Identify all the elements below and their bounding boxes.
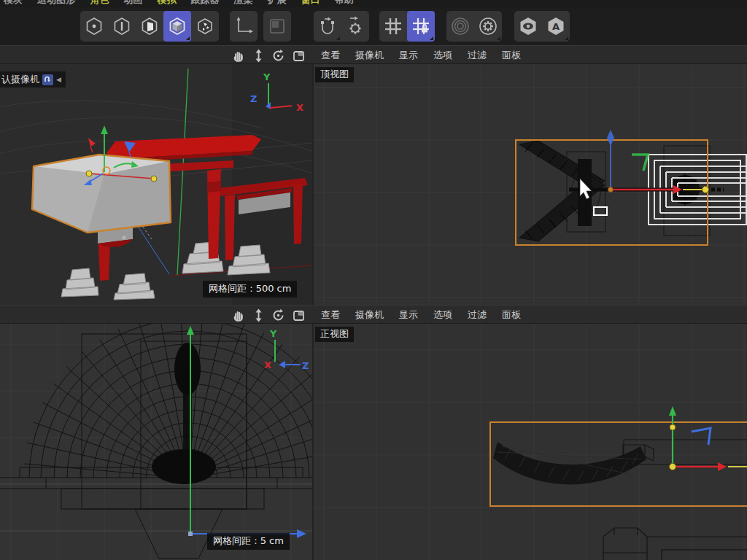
viewport-title-front: 正视图 — [315, 327, 354, 342]
viewport-perspective[interactable]: Y Z X 认摄像机 ◀ 网格间距 : 500 cm — [0, 64, 312, 305]
points-mode-icon[interactable] — [80, 11, 108, 42]
svg-text:X: X — [296, 102, 303, 113]
svg-text:X: X — [264, 359, 271, 370]
viewport-bar-bottom: 查看 摄像机 显示 选项 过滤 面板 — [0, 305, 747, 324]
viewport-menu-camera[interactable]: 摄像机 — [355, 308, 384, 322]
annotation-mode-icon[interactable]: A — [542, 11, 570, 42]
viewport-title-top: 顶视图 — [315, 67, 354, 82]
svg-text:Z: Z — [302, 360, 309, 371]
viewport-left-ortho[interactable]: Y X Z 网格间距 : 5 cm — [0, 324, 312, 560]
zoom-updown-icon[interactable] — [252, 308, 265, 322]
menu-item[interactable]: 动画 — [123, 0, 142, 7]
viewport-menu-options[interactable]: 选项 — [433, 49, 452, 62]
viewport-menu-view[interactable]: 查看 — [321, 49, 340, 62]
viewport-menu-options[interactable]: 选项 — [433, 308, 452, 322]
polygons-mode-icon[interactable] — [136, 11, 163, 42]
menu-item[interactable]: 渲染 — [234, 0, 253, 7]
wireframe-base-front — [603, 528, 747, 560]
snap-icon[interactable] — [314, 11, 341, 42]
wireframe-crescent — [493, 442, 654, 484]
maximize-view-icon[interactable] — [292, 308, 306, 322]
svg-text:Y: Y — [263, 71, 271, 82]
front-view-canvas — [314, 324, 747, 560]
menu-item[interactable]: 跟踪器 — [190, 0, 219, 7]
viewport-menu-filter[interactable]: 过滤 — [468, 49, 487, 62]
svg-text:A: A — [552, 21, 560, 32]
viewport-menu-camera[interactable]: 摄像机 — [355, 49, 384, 62]
axis-indicator: Y X Z — [264, 328, 309, 371]
snap-settings-icon[interactable] — [341, 11, 369, 42]
rotate-handle — [632, 155, 648, 171]
texture-mode-icon[interactable] — [191, 11, 219, 42]
grid-spacing-label: 网格间距 : 500 cm — [203, 281, 297, 298]
pan-hand-icon[interactable] — [232, 308, 246, 322]
viewport-menu-panel[interactable]: 面板 — [502, 49, 521, 62]
rotate-view-icon[interactable] — [271, 49, 285, 63]
render-settings-icon[interactable] — [474, 11, 502, 42]
grid-toggle-icon[interactable] — [379, 11, 407, 42]
viewport-bar-top: 查看 摄像机 显示 选项 过滤 面板 — [0, 45, 747, 64]
viewport-menu-filter[interactable]: 过滤 — [468, 308, 487, 322]
grid-lock-icon[interactable] — [407, 11, 435, 42]
menu-item[interactable]: 模块 — [4, 0, 23, 7]
interactive-render-icon[interactable] — [446, 11, 474, 42]
maximize-view-icon[interactable] — [292, 49, 306, 63]
menu-item[interactable]: 窗口 — [301, 0, 320, 7]
svg-text:Z: Z — [250, 93, 257, 104]
model-mode-icon[interactable] — [163, 11, 191, 42]
rotate-handle — [692, 428, 711, 445]
menu-item[interactable]: 扩展 — [268, 0, 287, 7]
menu-item[interactable]: 帮助 — [335, 0, 354, 7]
rotate-view-icon[interactable] — [271, 308, 285, 322]
viewport-menu-view[interactable]: 查看 — [321, 308, 340, 322]
pan-hand-icon[interactable] — [232, 49, 246, 63]
zoom-updown-icon[interactable] — [252, 49, 265, 63]
top-view-canvas — [314, 64, 747, 305]
viewport-menu-display[interactable]: 显示 — [399, 308, 418, 322]
menu-item[interactable]: 角色 — [90, 0, 109, 7]
app-window: 模块 运动图形 角色 动画 模拟 跟踪器 渲染 扩展 窗口 帮助 — [0, 0, 747, 560]
perspective-canvas: Y Z X — [0, 64, 312, 305]
camera-mode-icon[interactable] — [42, 74, 53, 85]
viewport-menu-panel[interactable]: 面板 — [502, 308, 521, 322]
app-menubar: 模块 运动图形 角色 动画 模拟 跟踪器 渲染 扩展 窗口 帮助 — [0, 0, 747, 7]
display-mode-icon[interactable] — [514, 11, 542, 42]
camera-label-text: 认摄像机 — [1, 73, 39, 86]
left-ortho-canvas: Y X Z — [0, 324, 312, 560]
axis-mode-icon[interactable] — [230, 11, 258, 42]
svg-text:Y: Y — [269, 328, 277, 339]
grid-spacing-label: 网格间距 : 5 cm — [207, 533, 290, 550]
menu-item[interactable]: 运动图形 — [37, 0, 75, 7]
workplane-mode-icon[interactable] — [263, 11, 291, 42]
viewport-top-view[interactable]: 顶视图 — [314, 64, 747, 305]
camera-label[interactable]: 认摄像机 ◀ — [0, 71, 66, 88]
camera-label-collapse-icon[interactable]: ◀ — [56, 76, 61, 83]
main-toolbar: A — [0, 7, 747, 46]
viewport-menu-display[interactable]: 显示 — [399, 49, 418, 62]
menu-item[interactable]: 模拟 — [157, 0, 176, 7]
edges-mode-icon[interactable] — [108, 11, 136, 42]
viewport-front-view[interactable]: 正视图 — [314, 324, 747, 560]
axis-indicator: Y Z X — [250, 71, 303, 113]
model-back-gate — [219, 178, 308, 260]
